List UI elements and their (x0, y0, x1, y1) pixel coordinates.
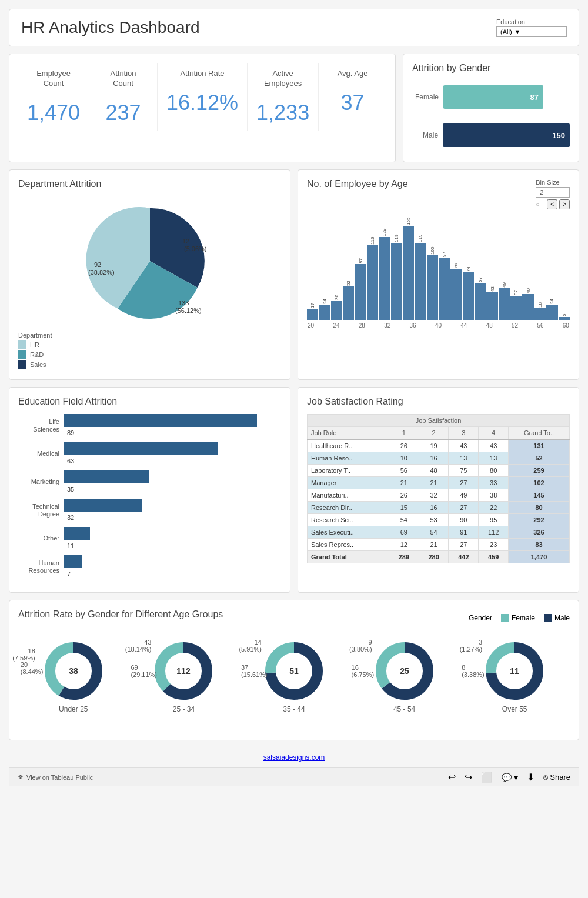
svg-text:112: 112 (177, 666, 191, 676)
filter-label: Education (496, 18, 567, 25)
age-bar: 57 (475, 214, 486, 320)
male-value: 150 (552, 131, 565, 140)
table-row: Human Reso.. 10161313 52 (308, 452, 570, 465)
svg-text:133: 133 (178, 299, 189, 306)
svg-text:11: 11 (510, 666, 519, 676)
age-bar: 100 (427, 214, 438, 320)
download-button[interactable]: ⬇ (527, 772, 534, 783)
age-bar: 129 (379, 214, 390, 320)
education-filter[interactable]: Education (All) ▼ (496, 18, 567, 37)
donut-25-34: 112 (154, 642, 213, 700)
bin-size-control: Bin Size 2 ○— < > (536, 179, 570, 209)
kpi-employee-count: EmployeeCount 1,470 (18, 63, 89, 131)
kpi-active-value: 1,233 (256, 101, 309, 125)
age-bar: 52 (343, 214, 354, 320)
comment-button[interactable]: 💬 ▾ (502, 773, 518, 782)
age-bar: 119 (415, 214, 426, 320)
legend-male: Male (544, 614, 570, 622)
kpi-employee-value: 1,470 (27, 101, 80, 125)
kpi-attrition-rate: Attrition Rate 16.12% (158, 63, 248, 131)
age-bar: 17 (307, 214, 318, 320)
kpi-age-value: 37 (328, 91, 377, 115)
male-label: Male (412, 131, 438, 139)
fullscreen-button[interactable]: ⬜ (481, 772, 493, 783)
col-1: 1 (389, 427, 419, 440)
age-bar: 49 (499, 214, 510, 320)
svg-text:(38.82%): (38.82%) (88, 269, 115, 276)
gender-attrition-card: Attrition by Gender Female 87 Male 150 (403, 54, 579, 162)
edu-bar-life-sciences: LifeSciences 89 (18, 414, 281, 438)
department-attrition-card: Department Attrition 12 (5.06%) 92 (38.8… (9, 169, 290, 380)
male-bar: 150 (443, 123, 570, 147)
kpi-rate-value: 16.12% (166, 91, 238, 115)
kpi-active-employees: ActiveEmployees 1,233 (248, 63, 319, 131)
age-bar: 78 (450, 214, 462, 320)
age-group-over55: 3(1.27%) 11 8(3.38%) Over 55 (485, 642, 544, 713)
age-bar: 24 (546, 214, 557, 320)
female-value: 87 (530, 93, 539, 102)
bin-next[interactable]: > (559, 199, 570, 209)
gender-legend: Gender Female Male (469, 614, 570, 622)
redo-button[interactable]: ↪ (465, 772, 472, 783)
job-satisfaction-title: Job Satisfaction Rating (307, 396, 570, 407)
svg-text:38: 38 (69, 666, 78, 676)
dept-pie-chart: 12 (5.06%) 92 (38.82%) 133 (56.12%) (79, 199, 220, 323)
footer-link[interactable]: salsaiadesigns.com (263, 753, 325, 762)
kpi-attrition-count: AttritionCount 237 (89, 63, 158, 131)
footer: salsaiadesigns.com (9, 747, 579, 767)
age-bar: 116 (367, 214, 378, 320)
col-2: 2 (419, 427, 449, 440)
legend-hr: HR (18, 340, 281, 349)
edu-bar-medical: Medical 63 (18, 442, 281, 466)
svg-text:(56.12%): (56.12%) (175, 307, 202, 314)
svg-text:12: 12 (182, 238, 189, 245)
age-group-25-34: 43(18.14%) 112 69(29.11%) 25 - 34 (154, 642, 213, 713)
svg-text:92: 92 (94, 261, 101, 268)
donut-under25: 38 (44, 642, 103, 700)
table-row: Sales Repres.. 12212723 83 (308, 539, 570, 551)
kpi-avg-age: Avg. Age 37 (319, 63, 386, 131)
age-bar: 43 (486, 214, 497, 320)
grand-total-row: Grand Total 289280442459 1,470 (308, 551, 570, 563)
table-row: Manager 21212733 102 (308, 477, 570, 489)
age-group-under25: 18(7.59%) 38 20(8.44%) Under 25 (44, 642, 103, 713)
share-button[interactable]: ⎋ Share (543, 773, 570, 782)
age-group-card: Attrition Rate by Gender for Different A… (9, 600, 579, 740)
dept-title: Department Attrition (18, 179, 281, 189)
filter-dropdown-icon[interactable]: ▼ (514, 28, 521, 35)
age-bar: 74 (463, 214, 474, 320)
age-groups-row: 18(7.59%) 38 20(8.44%) Under 25 43(18.14… (18, 636, 570, 731)
bin-prev[interactable]: < (547, 199, 557, 209)
age-bar: 40 (522, 214, 533, 320)
female-label: Female (412, 93, 439, 101)
legend-sales: Sales (18, 360, 281, 369)
toolbar: ❖ View on Tableau Public ↩ ↪ ⬜ 💬 ▾ ⬇ ⎋ S… (9, 767, 579, 786)
age-chart-title: No. of Employee by Age (307, 179, 408, 189)
table-row: Research Sci.. 54539095 292 (308, 514, 570, 526)
edu-bar-hr: HumanResources 7 (18, 555, 281, 579)
edu-bars: LifeSciences 89 Medical 63 Marketing (18, 414, 281, 579)
female-bar-row: Female 87 (412, 85, 570, 109)
col-3: 3 (449, 427, 479, 440)
age-bar: 87 (355, 214, 366, 320)
education-field-card: Education Field Attrition LifeSciences 8… (9, 387, 290, 593)
age-bar: 24 (319, 214, 330, 320)
table-row: Manufacturi.. 26324938 145 (308, 489, 570, 502)
age-group-45-54: 9(3.80%) 25 16(6.75%) 45 - 54 (375, 642, 434, 713)
legend-female: Female (501, 614, 535, 622)
table-row: Healthcare R.. 26194343 131 (308, 439, 570, 452)
donut-over55: 11 (485, 642, 544, 700)
gender-attrition-title: Attrition by Gender (412, 63, 570, 74)
female-bar: 87 (443, 85, 543, 109)
dept-legend: Department HR R&D Sales (18, 332, 281, 369)
filter-value: (All) (500, 28, 512, 35)
age-bar: 30 (331, 214, 342, 320)
edu-bar-marketing: Marketing 35 (18, 470, 281, 494)
bin-size-value: 2 (540, 189, 543, 196)
table-row: Laboratory T.. 56487580 259 (308, 465, 570, 477)
legend-rd: R&D (18, 350, 281, 359)
view-on-tableau[interactable]: View on Tableau Public (26, 774, 93, 781)
undo-button[interactable]: ↩ (448, 772, 456, 783)
svg-text:51: 51 (289, 666, 299, 676)
age-bar: 119 (391, 214, 402, 320)
